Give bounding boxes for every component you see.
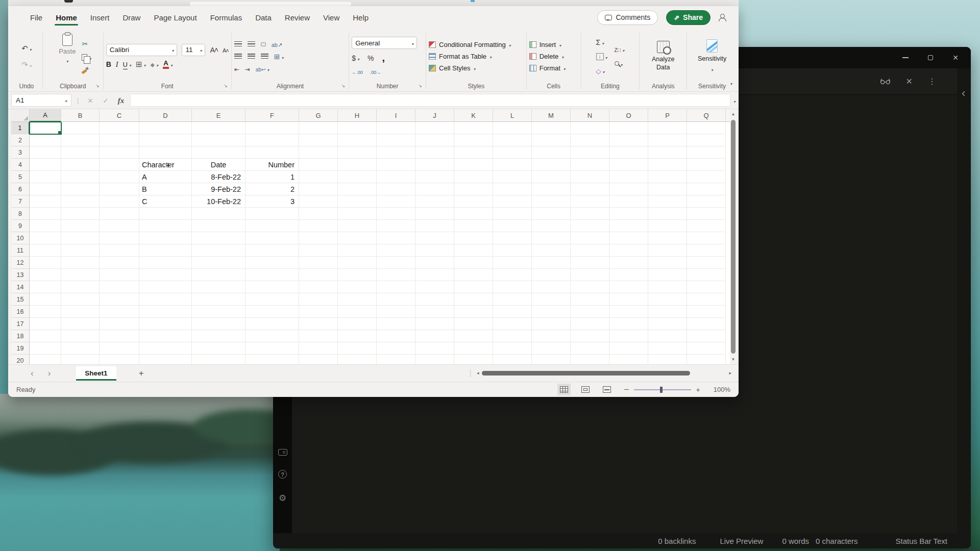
- align-top-icon[interactable]: [234, 41, 242, 47]
- cell-P6[interactable]: [648, 183, 687, 195]
- wrap-text-button[interactable]: [256, 64, 270, 73]
- format-cells-button[interactable]: Format: [529, 64, 578, 72]
- increase-font-size-icon[interactable]: [210, 45, 218, 55]
- tab-formulas[interactable]: Formulas: [204, 7, 249, 28]
- cell-K5[interactable]: [454, 171, 493, 183]
- column-header-D[interactable]: D: [139, 109, 192, 122]
- column-header-I[interactable]: I: [377, 109, 415, 122]
- cell-K15[interactable]: [454, 293, 493, 306]
- horizontal-scroll-thumb[interactable]: [482, 371, 690, 375]
- cell-Q6[interactable]: [687, 183, 726, 195]
- cell-N5[interactable]: [571, 171, 609, 183]
- row-header-14[interactable]: 14: [11, 281, 30, 293]
- page-break-view-icon[interactable]: [603, 386, 611, 393]
- row-header-18[interactable]: 18: [11, 330, 30, 342]
- cell-E19[interactable]: [192, 342, 246, 355]
- cell-F10[interactable]: [246, 232, 299, 244]
- cell-P13[interactable]: [648, 269, 687, 281]
- redo-button[interactable]: ↷: [21, 60, 32, 69]
- column-header-P[interactable]: P: [648, 109, 687, 122]
- cancel-formula-icon[interactable]: [84, 96, 96, 105]
- column-header-F[interactable]: F: [246, 109, 299, 122]
- cell-G18[interactable]: [299, 330, 338, 342]
- cell-F6[interactable]: 2: [246, 183, 299, 195]
- cell-I3[interactable]: [377, 146, 415, 159]
- cell-B9[interactable]: [61, 220, 100, 232]
- cell-O5[interactable]: [609, 171, 648, 183]
- row-header-19[interactable]: 19: [11, 342, 30, 355]
- cell-C20[interactable]: [100, 355, 139, 364]
- row-header-6[interactable]: 6: [11, 183, 30, 195]
- currency-button[interactable]: [352, 54, 359, 63]
- decrease-font-size-icon[interactable]: [223, 45, 229, 55]
- cell-M5[interactable]: [532, 171, 571, 183]
- cell-E10[interactable]: [192, 232, 246, 244]
- cell-M14[interactable]: [532, 281, 571, 293]
- cell-E6[interactable]: 9-Feb-22: [192, 183, 246, 195]
- cell-F3[interactable]: [246, 146, 299, 159]
- undo-button[interactable]: ↶: [21, 44, 32, 53]
- font-dialog-launcher[interactable]: [224, 80, 228, 89]
- cell-M11[interactable]: [532, 244, 571, 257]
- select-all-corner[interactable]: [11, 109, 30, 122]
- cell-M18[interactable]: [532, 330, 571, 342]
- clear-button[interactable]: [596, 66, 607, 76]
- row-header-20[interactable]: 20: [11, 355, 30, 364]
- cell-J14[interactable]: [415, 281, 454, 293]
- cell-A15[interactable]: [30, 293, 61, 306]
- minimize-icon[interactable]: [902, 57, 909, 58]
- cell-A1[interactable]: [30, 122, 61, 134]
- cell-I9[interactable]: [377, 220, 415, 232]
- cell-H12[interactable]: [338, 257, 377, 269]
- cell-E17[interactable]: [192, 318, 246, 330]
- column-header-A[interactable]: A: [30, 109, 61, 122]
- cell-F14[interactable]: [246, 281, 299, 293]
- name-box-splitter-icon[interactable]: [75, 96, 81, 105]
- cell-J10[interactable]: [415, 232, 454, 244]
- cell-I2[interactable]: [377, 134, 415, 146]
- cell-P18[interactable]: [648, 330, 687, 342]
- cell-M9[interactable]: [532, 220, 571, 232]
- cell-Q8[interactable]: [687, 208, 726, 220]
- cell-C4[interactable]: [100, 159, 139, 171]
- scroll-left-icon[interactable]: [477, 369, 479, 377]
- cell-G12[interactable]: [299, 257, 338, 269]
- cell-M20[interactable]: [532, 355, 571, 364]
- cell-K17[interactable]: [454, 318, 493, 330]
- cell-O20[interactable]: [609, 355, 648, 364]
- format-as-table-button[interactable]: Format as Table: [429, 53, 524, 60]
- find-select-button[interactable]: [615, 59, 625, 68]
- cell-E3[interactable]: [192, 146, 246, 159]
- cell-C6[interactable]: [100, 183, 139, 195]
- cell-K3[interactable]: [454, 146, 493, 159]
- share-button[interactable]: Share: [666, 10, 710, 25]
- cell-A14[interactable]: [30, 281, 61, 293]
- scroll-up-icon[interactable]: [732, 110, 734, 118]
- tab-page-layout[interactable]: Page Layout: [147, 7, 203, 28]
- cell-L7[interactable]: [493, 195, 532, 208]
- next-sheet-icon[interactable]: [41, 368, 58, 379]
- cell-K8[interactable]: [454, 208, 493, 220]
- cell-H14[interactable]: [338, 281, 377, 293]
- cell-B15[interactable]: [61, 293, 100, 306]
- cell-H1[interactable]: [338, 122, 377, 134]
- cell-C1[interactable]: [100, 122, 139, 134]
- cell-G14[interactable]: [299, 281, 338, 293]
- cell-K19[interactable]: [454, 342, 493, 355]
- cell-D16[interactable]: [139, 306, 192, 318]
- cell-C13[interactable]: [100, 269, 139, 281]
- cell-D12[interactable]: [139, 257, 192, 269]
- cell-C11[interactable]: [100, 244, 139, 257]
- horizontal-scrollbar[interactable]: [470, 369, 739, 377]
- maximize-icon[interactable]: [928, 55, 933, 60]
- scroll-down-icon[interactable]: [732, 356, 734, 363]
- cell-O2[interactable]: [609, 134, 648, 146]
- decrease-indent-icon[interactable]: [234, 64, 239, 73]
- cell-C12[interactable]: [100, 257, 139, 269]
- cell-G10[interactable]: [299, 232, 338, 244]
- cell-Q3[interactable]: [687, 146, 726, 159]
- cell-M19[interactable]: [532, 342, 571, 355]
- cell-L14[interactable]: [493, 281, 532, 293]
- cell-J16[interactable]: [415, 306, 454, 318]
- close-icon[interactable]: [952, 53, 959, 62]
